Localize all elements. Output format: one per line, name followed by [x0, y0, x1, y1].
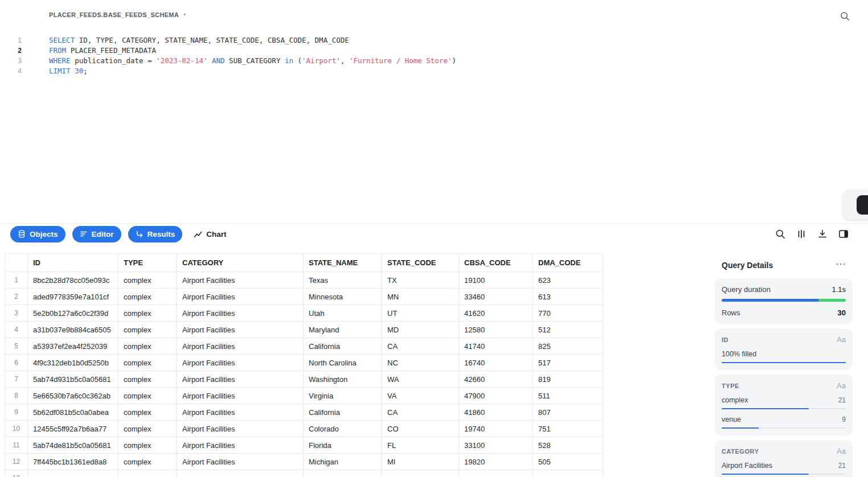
cell-cbsa_code[interactable]: 19820 [459, 454, 533, 470]
row-number-cell[interactable]: 9 [5, 404, 28, 421]
tab-chart[interactable]: Chart [194, 230, 226, 238]
row-number-cell[interactable]: 2 [5, 289, 28, 305]
cell-cbsa_code[interactable]: 42660 [459, 371, 533, 388]
col-header-state_code[interactable]: STATE_CODE [382, 254, 459, 272]
row-number-header[interactable] [5, 254, 28, 272]
cell-id[interactable] [28, 470, 118, 477]
cell-id[interactable]: 5e2b0b127a6c0c2f39d [28, 305, 118, 322]
cell-state_name[interactable]: Washington [304, 371, 382, 388]
cell-state_name[interactable]: Utah [304, 305, 382, 322]
cell-type[interactable]: complex [118, 421, 177, 437]
cell-category[interactable]: Airport Facilities [177, 289, 304, 305]
cell-state_name[interactable] [304, 470, 382, 477]
row-number-cell[interactable]: 1 [5, 272, 28, 289]
code-line[interactable]: 2FROM PLACER_FEED_METADATA [0, 46, 868, 56]
cell-state_name[interactable]: Michigan [304, 454, 382, 470]
cell-cbsa_code[interactable]: 33460 [459, 289, 533, 305]
cell-type[interactable]: complex [118, 454, 177, 470]
schema-selector[interactable]: PLACER_FEEDS.BASE_FEEDS_SCHEMA ▾ [49, 11, 186, 18]
cell-category[interactable]: Airport Facilities [177, 272, 304, 289]
cell-state_name[interactable]: Virginia [304, 388, 382, 404]
cell-state_name[interactable]: Florida [304, 437, 382, 454]
cell-type[interactable]: complex [118, 388, 177, 404]
cell-type[interactable]: complex [118, 371, 177, 388]
cell-cbsa_code[interactable]: 16740 [459, 355, 533, 371]
cell-type[interactable]: complex [118, 437, 177, 454]
cell-type[interactable] [118, 470, 177, 477]
code-line[interactable]: 4LIMIT 30; [0, 66, 868, 76]
cell-category[interactable]: Airport Facilities [177, 338, 304, 355]
row-number-cell[interactable]: 12 [5, 454, 28, 470]
cell-state_name[interactable]: Colorado [304, 421, 382, 437]
cell-cbsa_code[interactable]: 41740 [459, 338, 533, 355]
cell-state_code[interactable] [382, 470, 459, 477]
columns-icon[interactable] [796, 229, 806, 239]
cell-dma_code[interactable]: 825 [533, 338, 603, 355]
tab-results[interactable]: Results [128, 226, 183, 242]
cell-dma_code[interactable]: 511 [533, 388, 603, 404]
download-icon[interactable] [817, 229, 828, 239]
search-results-icon[interactable] [775, 229, 785, 239]
cell-state_code[interactable]: UT [382, 305, 459, 322]
cell-category[interactable]: Airport Facilities [177, 454, 304, 470]
cell-state_code[interactable]: MI [382, 454, 459, 470]
cell-id[interactable]: 8bc2b28d78cc05e093c [28, 272, 118, 289]
search-icon[interactable] [840, 11, 850, 21]
cell-category[interactable]: Airport Facilities [177, 388, 304, 404]
cell-category[interactable] [177, 470, 304, 477]
cell-id[interactable]: 5e66530b7a6c0c362ab [28, 388, 118, 404]
cell-state_code[interactable]: VA [382, 388, 459, 404]
cell-state_code[interactable]: TX [382, 272, 459, 289]
row-number-cell[interactable]: 11 [5, 437, 28, 454]
cell-type[interactable]: complex [118, 322, 177, 338]
col-header-id[interactable]: ID [28, 254, 118, 272]
cell-type[interactable]: complex [118, 338, 177, 355]
cell-dma_code[interactable]: 613 [533, 289, 603, 305]
row-number-cell[interactable]: 5 [5, 338, 28, 355]
cell-state_code[interactable]: CA [382, 338, 459, 355]
cell-cbsa_code[interactable]: 19740 [459, 421, 533, 437]
cell-category[interactable]: Airport Facilities [177, 322, 304, 338]
cell-state_name[interactable]: California [304, 404, 382, 421]
cell-state_code[interactable]: NC [382, 355, 459, 371]
cell-cbsa_code[interactable] [459, 470, 533, 477]
cell-id[interactable]: a53937ef2ea4f252039 [28, 338, 118, 355]
code-editor[interactable]: 1SELECT ID, TYPE, CATEGORY, STATE_NAME, … [0, 35, 868, 76]
cell-state_code[interactable]: CA [382, 404, 459, 421]
cell-id[interactable]: 4f9c312deb1b0d5250b [28, 355, 118, 371]
cell-category[interactable]: Airport Facilities [177, 371, 304, 388]
cell-type[interactable]: complex [118, 272, 177, 289]
col-header-category[interactable]: CATEGORY [177, 254, 304, 272]
row-number-cell[interactable]: 7 [5, 371, 28, 388]
cell-id[interactable]: 5b62df081b5c0a0abea [28, 404, 118, 421]
cell-state_code[interactable]: WA [382, 371, 459, 388]
cell-state_code[interactable]: CO [382, 421, 459, 437]
cell-id[interactable]: 5ab74d931b5c0a05681 [28, 371, 118, 388]
cell-id[interactable]: aded9778359e7a101cf [28, 289, 118, 305]
cell-dma_code[interactable]: 528 [533, 437, 603, 454]
cell-id[interactable]: 12455c5ff92a7b6aa77 [28, 421, 118, 437]
cell-type[interactable]: complex [118, 404, 177, 421]
cell-id[interactable]: 7ff445bc1b1361ed8a8 [28, 454, 118, 470]
row-number-cell[interactable]: 4 [5, 322, 28, 338]
cell-type[interactable]: complex [118, 355, 177, 371]
row-number-cell[interactable]: 10 [5, 421, 28, 437]
cell-cbsa_code[interactable]: 33100 [459, 437, 533, 454]
cell-state_code[interactable]: MN [382, 289, 459, 305]
tab-editor[interactable]: Editor [72, 226, 121, 242]
cell-state_code[interactable]: MD [382, 322, 459, 338]
cell-dma_code[interactable]: 512 [533, 322, 603, 338]
panel-toggle-icon[interactable] [838, 229, 849, 239]
cell-state_name[interactable]: Minnesota [304, 289, 382, 305]
cell-category[interactable]: Airport Facilities [177, 305, 304, 322]
cell-state_name[interactable]: Maryland [304, 322, 382, 338]
cell-dma_code[interactable]: 505 [533, 454, 603, 470]
cell-category[interactable]: Airport Facilities [177, 437, 304, 454]
row-number-cell[interactable]: 3 [5, 305, 28, 322]
cell-cbsa_code[interactable]: 47900 [459, 388, 533, 404]
cell-dma_code[interactable]: 517 [533, 355, 603, 371]
cell-dma_code[interactable]: 623 [533, 272, 603, 289]
cell-cbsa_code[interactable]: 19100 [459, 272, 533, 289]
col-header-dma_code[interactable]: DMA_CODE [533, 254, 603, 272]
cell-category[interactable]: Airport Facilities [177, 355, 304, 371]
